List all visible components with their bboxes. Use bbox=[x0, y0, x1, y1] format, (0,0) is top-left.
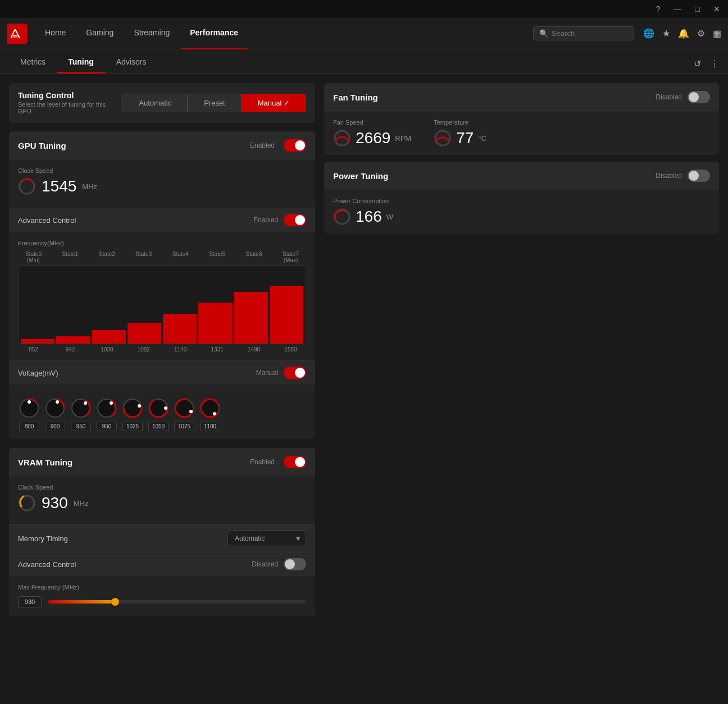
settings-icon[interactable]: ⚙ bbox=[697, 28, 705, 39]
advanced-control-status: Enabled bbox=[253, 216, 278, 224]
bar-2[interactable] bbox=[92, 269, 126, 344]
temperature-value: 77 bbox=[456, 129, 474, 147]
memory-timing-select[interactable]: Automatic Manual bbox=[228, 531, 306, 546]
vram-tuning-card: VRAM Tuning Enabled Clock Speed 930 MHz bbox=[9, 448, 315, 616]
bar-val-5: 1331 bbox=[202, 346, 233, 353]
state-label-0: State0(Min) bbox=[18, 251, 49, 263]
knob-dial-3[interactable] bbox=[95, 397, 118, 419]
bar-6[interactable] bbox=[234, 269, 268, 344]
advanced-control-label: Advanced Control bbox=[18, 216, 253, 225]
knob-val-1: 900 bbox=[45, 422, 65, 431]
state-label-6: State6 bbox=[239, 251, 270, 263]
knob-dial-1[interactable] bbox=[44, 397, 66, 419]
chart-state-labels: State0(Min) State1 State2 State3 State4 … bbox=[18, 251, 306, 263]
clock-value: 1545 bbox=[42, 177, 76, 195]
bar-0[interactable] bbox=[21, 269, 54, 344]
tuning-control-title: Tuning Control bbox=[18, 91, 113, 100]
fan-tuning-title: Fan Tuning bbox=[333, 93, 656, 102]
bar-1[interactable] bbox=[56, 269, 90, 344]
tune-btn-automatic[interactable]: Automatic bbox=[122, 94, 188, 112]
search-input[interactable] bbox=[552, 29, 628, 38]
clock-unit: MHz bbox=[82, 182, 97, 191]
gpu-tuning-status: Enabled bbox=[250, 141, 275, 149]
svg-point-26 bbox=[213, 412, 216, 415]
power-consumption-value: 166 bbox=[356, 208, 382, 226]
right-panel: Fan Tuning Disabled Fan Speed 2669 bbox=[324, 83, 719, 616]
tabs-bar: Metrics Tuning Advisors ↺ ⋮ bbox=[0, 49, 728, 74]
bar-4[interactable] bbox=[163, 269, 197, 344]
nav-streaming[interactable]: Streaming bbox=[125, 18, 179, 49]
fan-speed-unit: RPM bbox=[395, 134, 411, 143]
bar-7[interactable] bbox=[270, 269, 303, 344]
slider-track[interactable] bbox=[48, 600, 306, 604]
frequency-chart: State0(Min) State1 State2 State3 State4 … bbox=[18, 251, 306, 353]
advanced-control-toggle[interactable] bbox=[284, 214, 306, 226]
knob-dial-5[interactable] bbox=[147, 397, 170, 419]
knob-4: 1025 bbox=[121, 397, 144, 431]
maximize-button[interactable]: □ bbox=[692, 3, 703, 15]
knob-6: 1075 bbox=[173, 397, 195, 431]
nav-gaming[interactable]: Gaming bbox=[77, 18, 122, 49]
power-tuning-title: Power Tuning bbox=[333, 171, 656, 181]
tune-btn-preset[interactable]: Preset bbox=[188, 94, 242, 112]
more-icon[interactable]: ⋮ bbox=[710, 58, 719, 69]
knob-dial-7[interactable] bbox=[199, 397, 221, 419]
gpu-tuning-toggle[interactable] bbox=[284, 139, 306, 152]
gpu-clock-body: Clock Speed 1545 MHz bbox=[9, 159, 315, 208]
vram-clock-display: 930 MHz bbox=[18, 494, 306, 512]
voltage-knobs: 800 900 bbox=[18, 397, 306, 431]
tuning-buttons: Automatic Preset Manual ✓ bbox=[122, 94, 306, 112]
grid-icon[interactable]: ▦ bbox=[713, 28, 721, 39]
knob-dial-2[interactable] bbox=[70, 397, 92, 419]
vram-gauge-icon bbox=[18, 494, 36, 512]
knob-dial-0[interactable] bbox=[18, 397, 40, 419]
svg-point-17 bbox=[138, 404, 141, 408]
minimize-button[interactable]: — bbox=[671, 3, 685, 15]
power-consumption-unit: W bbox=[386, 213, 393, 221]
bar-val-6: 1498 bbox=[239, 346, 270, 353]
knob-dial-6[interactable] bbox=[173, 397, 195, 419]
vram-tuning-toggle[interactable] bbox=[284, 456, 306, 468]
power-consumption-block: Power Consumption 166 W bbox=[333, 198, 393, 226]
tune-btn-manual[interactable]: Manual ✓ bbox=[242, 94, 306, 112]
title-bar: ? — □ ✕ bbox=[0, 0, 728, 18]
bar-5[interactable] bbox=[198, 269, 232, 344]
svg-point-8 bbox=[56, 400, 59, 404]
vram-advanced-control-toggle[interactable] bbox=[284, 558, 306, 570]
tab-tuning[interactable]: Tuning bbox=[57, 52, 105, 74]
search-box[interactable]: 🔍 bbox=[533, 26, 634, 40]
power-consumption-label: Power Consumption bbox=[333, 198, 393, 204]
vram-clock-label: Clock Speed bbox=[18, 484, 306, 491]
power-tuning-card: Power Tuning Disabled Power Consumption bbox=[324, 162, 719, 234]
fan-tuning-toggle[interactable] bbox=[688, 91, 710, 103]
knob-dial-4[interactable] bbox=[121, 397, 144, 419]
power-tuning-toggle[interactable] bbox=[688, 170, 710, 182]
knob-3: 950 bbox=[95, 397, 118, 431]
power-consumption-row: 166 W bbox=[333, 208, 393, 226]
tab-advisors[interactable]: Advisors bbox=[105, 52, 158, 74]
knob-val-2: 950 bbox=[71, 422, 91, 431]
frequency-label: Frequency(MHz) bbox=[18, 240, 306, 246]
nav-home[interactable]: Home bbox=[36, 18, 75, 49]
max-frequency-body: Max Frequency (MHz) bbox=[9, 576, 315, 596]
slider-thumb[interactable] bbox=[111, 598, 119, 606]
close-button[interactable]: ✕ bbox=[710, 3, 724, 15]
bar-value-labels: 852 942 1030 1082 1140 1331 1498 1580 bbox=[18, 346, 306, 353]
nav-performance[interactable]: Performance bbox=[181, 18, 247, 49]
refresh-icon[interactable]: ↺ bbox=[694, 58, 701, 69]
svg-marker-0 bbox=[11, 29, 20, 38]
voltage-toggle[interactable] bbox=[284, 367, 306, 379]
power-tuning-header: Power Tuning Disabled bbox=[324, 162, 719, 190]
help-button[interactable]: ? bbox=[653, 3, 664, 15]
fan-tuning-body: Fan Speed 2669 RPM Temperature bbox=[324, 111, 719, 155]
tab-metrics[interactable]: Metrics bbox=[9, 52, 57, 74]
star-icon[interactable]: ★ bbox=[662, 28, 670, 39]
bar-val-3: 1082 bbox=[128, 346, 159, 353]
power-tuning-body: Power Consumption 166 W bbox=[324, 190, 719, 234]
globe-icon[interactable]: 🌐 bbox=[643, 28, 654, 39]
clock-speed-label: Clock Speed bbox=[18, 167, 306, 174]
bell-icon[interactable]: 🔔 bbox=[678, 28, 689, 39]
bar-3[interactable] bbox=[128, 269, 161, 344]
tuning-control-subtitle: Select the level of tuning for this GPU bbox=[18, 101, 113, 115]
temperature-gauge bbox=[434, 129, 452, 147]
